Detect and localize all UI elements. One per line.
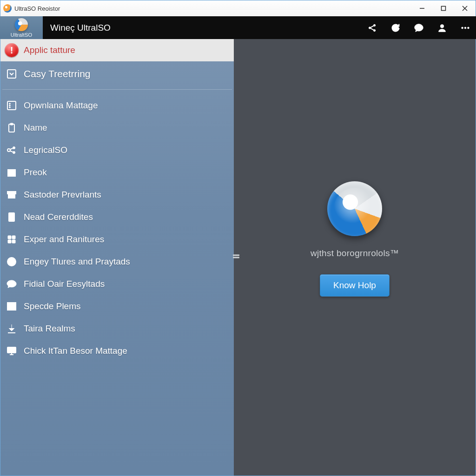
- sidebar-item-taira-realms[interactable]: Taira Realms: [0, 317, 234, 340]
- sidebar-item-label: Taira Realms: [24, 324, 75, 334]
- svg-point-22: [13, 152, 15, 154]
- svg-point-4: [369, 26, 370, 28]
- sidebar-item-chick-ittan[interactable]: Chick ItTan Besor Mattage: [0, 340, 234, 362]
- svg-rect-37: [8, 240, 11, 243]
- sidebar-item-label: Applic tatture: [24, 45, 75, 55]
- svg-point-17: [9, 107, 11, 108]
- header-actions: [367, 16, 470, 39]
- sidebar-item-label: Casy Treetrring: [24, 68, 91, 79]
- svg-rect-36: [12, 236, 15, 239]
- brand-label: UltraltSO: [11, 32, 32, 38]
- sidebar-item-applic-tatture[interactable]: ! Applic tatture: [0, 39, 234, 61]
- chat-bubble-icon: [4, 278, 19, 290]
- panel-icon: [4, 100, 19, 111]
- close-button[interactable]: [454, 0, 476, 16]
- stack-icon: [4, 167, 19, 178]
- svg-rect-18: [9, 124, 14, 132]
- clock-icon: [4, 256, 19, 267]
- svg-rect-38: [12, 240, 15, 243]
- sidebar-item-label: Name: [24, 123, 47, 133]
- alert-icon: !: [5, 43, 19, 57]
- sidebar-separator: [2, 89, 232, 90]
- svg-rect-25: [8, 170, 15, 172]
- more-icon[interactable]: [460, 23, 470, 33]
- monitor-icon: [4, 345, 19, 357]
- sidebar-item-exper-and-ranitures[interactable]: Exper and Ranitures: [0, 228, 234, 251]
- sidebar-item-label: Preok: [24, 167, 47, 178]
- tree-icon: [4, 68, 19, 79]
- sidebar-item-label: Specde Plems: [24, 301, 81, 311]
- sidebar-item-label: Chick ItTan Besor Mattage: [24, 346, 127, 356]
- know-help-button[interactable]: Know Holp: [320, 274, 390, 297]
- app-header: UltraltSO Wineç UltralSO: [0, 16, 476, 39]
- sidebar-item-name[interactable]: Name: [0, 117, 234, 139]
- svg-point-11: [464, 27, 466, 29]
- svg-rect-26: [8, 172, 15, 174]
- svg-point-21: [13, 147, 15, 149]
- puzzle-icon: [4, 234, 19, 245]
- svg-point-10: [462, 27, 463, 29]
- svg-point-5: [373, 24, 375, 26]
- svg-rect-13: [7, 70, 16, 78]
- svg-rect-14: [7, 101, 16, 110]
- svg-rect-35: [8, 236, 11, 239]
- doc-icon: [4, 212, 19, 223]
- app-icon: [3, 4, 12, 13]
- sidebar: ! Applic tatture Casy Treetrring Opwnlan…: [0, 39, 234, 476]
- sidebar-item-label: Nead Cererddites: [24, 212, 93, 222]
- content-pane: wjthst borogrnrolols™ Know Holp: [234, 39, 476, 476]
- chat-icon[interactable]: [414, 23, 424, 33]
- main-area: ! Applic tatture Casy Treetrring Opwnlan…: [0, 39, 476, 476]
- sidebar-item-label: Opwnlana Mattage: [24, 100, 98, 111]
- pane-divider-handle[interactable]: [233, 257, 239, 258]
- sidebar-item-nead-cererddites[interactable]: Nead Cererddites: [0, 206, 234, 228]
- svg-point-16: [9, 105, 11, 106]
- tagline: wjthst borogrnrolols™: [311, 248, 399, 258]
- minimize-button[interactable]: [411, 0, 433, 16]
- sidebar-item-label: LegricalSO: [24, 145, 67, 155]
- svg-point-6: [373, 29, 375, 31]
- svg-line-8: [370, 28, 373, 30]
- svg-line-23: [10, 148, 13, 150]
- svg-point-12: [468, 27, 469, 29]
- brand-block[interactable]: UltraltSO: [0, 16, 43, 39]
- svg-rect-1: [442, 7, 446, 11]
- svg-line-24: [10, 151, 13, 152]
- sidebar-item-label: Sastoder Prevrlants: [24, 190, 101, 200]
- sidebar-item-specde-plems[interactable]: Specde Plems: [0, 295, 234, 317]
- svg-point-20: [7, 149, 10, 152]
- nodes-icon: [4, 145, 19, 156]
- brand-swirl-icon: [15, 18, 28, 31]
- titlebar: UltraSO Reoistor: [0, 0, 476, 16]
- product-logo-icon: [327, 181, 382, 236]
- sidebar-item-preok[interactable]: Preok: [0, 161, 234, 184]
- sidebar-item-legricalso[interactable]: LegricalSO: [0, 139, 234, 161]
- maximize-button[interactable]: [433, 0, 454, 16]
- share-icon[interactable]: [367, 23, 377, 33]
- svg-rect-19: [10, 123, 13, 125]
- svg-rect-27: [8, 174, 15, 176]
- download-icon: [4, 323, 19, 334]
- sidebar-item-sastoder-prevrlants[interactable]: Sastoder Prevrlants: [0, 184, 234, 206]
- header-title: Wineç UltralSO: [50, 23, 111, 33]
- refresh-icon[interactable]: [390, 23, 401, 33]
- window-controls: [411, 0, 476, 16]
- svg-point-9: [440, 24, 443, 27]
- svg-line-7: [370, 26, 373, 27]
- svg-rect-48: [7, 347, 16, 353]
- sidebar-item-engey-tlures[interactable]: Engey Tlures and Praytads: [0, 251, 234, 273]
- sidebar-item-label: Engey Tlures and Praytads: [24, 257, 130, 267]
- sidebar-item-fidial-oair[interactable]: Fidial Oair Eesyltads: [0, 273, 234, 295]
- svg-rect-42: [7, 303, 16, 310]
- sidebar-item-label: Fidial Oair Eesyltads: [24, 279, 105, 289]
- archive-icon: [4, 189, 19, 200]
- clipboard-icon: [4, 122, 19, 133]
- user-icon[interactable]: [437, 23, 447, 33]
- sidebar-item-label: Exper and Ranitures: [24, 234, 104, 245]
- sidebar-item-opwnlana-mattage[interactable]: Opwnlana Mattage: [0, 94, 234, 117]
- sidebar-item-casy-treetrring[interactable]: Casy Treetrring: [0, 61, 234, 86]
- svg-point-15: [9, 103, 11, 105]
- window-title: UltraSO Reoistor: [14, 5, 60, 12]
- grid-icon: [4, 301, 19, 312]
